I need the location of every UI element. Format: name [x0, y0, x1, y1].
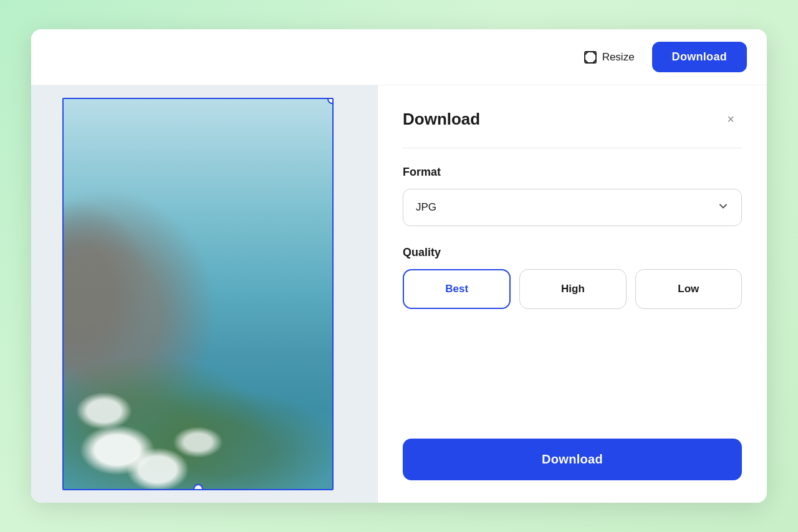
divider	[403, 148, 742, 148]
close-button[interactable]: ×	[719, 108, 742, 130]
app-container: Resize Download Download ×	[31, 29, 767, 503]
resize-handle-bottom-center[interactable]	[193, 484, 203, 490]
resize-label: Resize	[602, 51, 635, 64]
quality-high-button[interactable]: High	[519, 269, 626, 309]
image-preview	[64, 99, 332, 489]
format-select[interactable]: JPG	[403, 189, 742, 226]
resize-button[interactable]: Resize	[574, 44, 645, 70]
format-select-wrapper: JPG	[403, 189, 742, 226]
panel-header: Download ×	[403, 108, 742, 130]
quality-high-label: High	[561, 283, 585, 295]
toolbar: Resize Download	[31, 29, 767, 85]
download-header-button[interactable]: Download	[652, 42, 747, 72]
quality-label: Quality	[403, 246, 742, 259]
download-panel: Download × Format JPG	[377, 85, 767, 503]
quality-low-label: Low	[678, 283, 699, 295]
image-wrapper	[62, 98, 334, 490]
panel-title: Download	[403, 110, 480, 129]
main-content: Download × Format JPG	[31, 85, 767, 503]
format-selected-value: JPG	[416, 201, 436, 214]
quality-best-button[interactable]: Best	[403, 269, 511, 309]
format-label: Format	[403, 166, 742, 179]
quality-buttons: Best High Low	[403, 269, 742, 309]
close-icon: ×	[727, 112, 734, 126]
quality-low-button[interactable]: Low	[635, 269, 742, 309]
format-section: Format JPG	[403, 166, 742, 226]
quality-best-label: Best	[445, 283, 468, 295]
resize-icon	[584, 50, 597, 64]
chevron-down-icon	[718, 201, 729, 214]
canvas-area	[31, 85, 377, 503]
quality-section: Quality Best High Low	[403, 246, 742, 309]
download-panel-button[interactable]: Download	[403, 439, 742, 480]
